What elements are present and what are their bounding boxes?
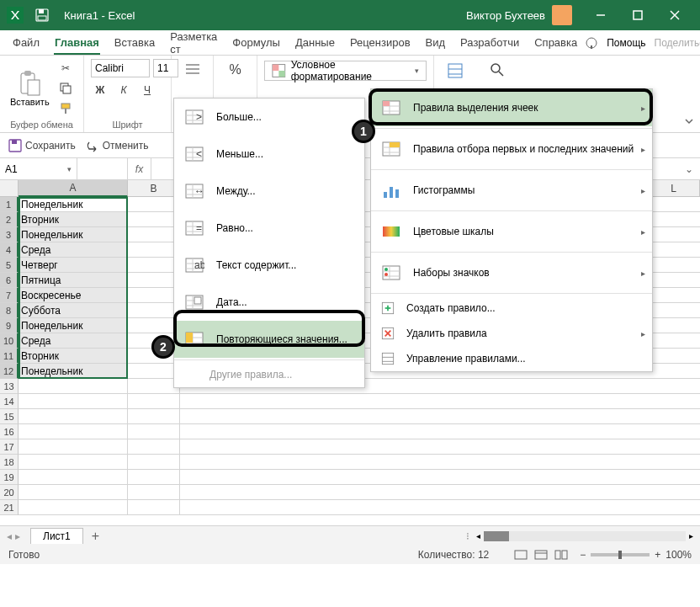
menu-item-scale[interactable]: Цветовые шкалы▸ <box>371 213 652 250</box>
sheet-nav-prev-icon[interactable]: ◂ <box>7 530 12 542</box>
ribbon-tab-данные[interactable]: Данные <box>288 30 342 55</box>
cell[interactable] <box>128 409 180 424</box>
cell[interactable]: Суббота <box>19 303 128 318</box>
menu-item-other-rules[interactable]: Другие правила... <box>174 362 364 387</box>
cell[interactable] <box>180 409 700 424</box>
cell[interactable] <box>19 424 128 439</box>
collapse-ribbon-icon[interactable] <box>683 115 695 127</box>
row-header[interactable]: 6 <box>0 273 19 288</box>
row-header[interactable]: 5 <box>0 258 19 273</box>
view-normal-icon[interactable] <box>514 550 528 560</box>
bold-button[interactable]: Ж <box>91 81 109 99</box>
cell[interactable] <box>180 424 700 439</box>
row-header[interactable]: 11 <box>0 349 19 364</box>
horizontal-scrollbar[interactable]: ◂ ▸ <box>476 531 693 541</box>
cell[interactable] <box>128 227 180 242</box>
menu-item-eq[interactable]: =Равно... <box>174 210 364 247</box>
italic-button[interactable]: К <box>114 81 133 99</box>
menu-item-date[interactable]: Дата... <box>174 284 364 321</box>
cell[interactable] <box>180 439 700 455</box>
column-header[interactable]: A <box>19 180 128 197</box>
cell[interactable]: Воскресенье <box>19 288 128 303</box>
cell[interactable] <box>128 455 180 470</box>
cell[interactable]: Вторник <box>19 212 128 227</box>
menu-item-new[interactable]: Создать правило... <box>371 296 652 321</box>
row-header[interactable]: 1 <box>0 197 19 212</box>
maximize-button[interactable] <box>619 0 656 30</box>
search-icon[interactable] <box>490 62 505 77</box>
cell[interactable] <box>180 500 700 515</box>
view-layout-icon[interactable] <box>534 550 548 560</box>
close-button[interactable] <box>656 0 693 30</box>
row-header[interactable]: 8 <box>0 303 19 318</box>
minimize-button[interactable] <box>582 0 619 30</box>
cell[interactable] <box>180 470 700 485</box>
cell[interactable] <box>128 500 180 515</box>
add-sheet-button[interactable]: + <box>92 529 99 544</box>
cell[interactable] <box>19 485 128 500</box>
cell[interactable] <box>180 485 700 500</box>
tab-split-icon[interactable]: ⁝ <box>466 530 469 542</box>
cell[interactable] <box>19 470 128 485</box>
cell[interactable] <box>128 242 180 258</box>
cell[interactable]: Понедельник <box>19 227 128 242</box>
ribbon-tab-рецензиров[interactable]: Рецензиров <box>342 30 418 55</box>
cell[interactable] <box>19 500 128 515</box>
view-pagebreak-icon[interactable] <box>554 550 568 560</box>
row-header[interactable]: 10 <box>0 333 19 349</box>
cell[interactable]: Среда <box>19 242 128 258</box>
cell[interactable] <box>128 273 180 288</box>
sheet-tab[interactable]: Лист1 <box>30 528 83 544</box>
row-header[interactable]: 9 <box>0 318 19 333</box>
help-label[interactable]: Помощь <box>607 37 645 49</box>
ribbon-tab-справка[interactable]: Справка <box>527 30 585 55</box>
ribbon-tab-файл[interactable]: Файл <box>5 30 47 55</box>
select-all-corner[interactable] <box>0 180 19 197</box>
cell[interactable]: Четверг <box>19 258 128 273</box>
row-header[interactable]: 13 <box>0 379 19 394</box>
undo-button[interactable]: Отменить <box>86 139 149 152</box>
cell[interactable]: Понедельник <box>19 364 128 379</box>
menu-item-gt[interactable]: >Больше... <box>174 99 364 136</box>
cell[interactable] <box>128 439 180 455</box>
font-name-input[interactable] <box>91 59 150 77</box>
paste-button[interactable]: Вставить <box>7 67 53 110</box>
cell[interactable] <box>19 379 128 394</box>
conditional-formatting-button[interactable]: Условное форматирование ▾ <box>264 61 427 81</box>
menu-item-lt[interactable]: <Меньше... <box>174 136 364 173</box>
row-header[interactable]: 12 <box>0 364 19 379</box>
menu-item-manage[interactable]: Управление правилами... <box>371 346 652 371</box>
cell[interactable]: Вторник <box>19 349 128 364</box>
cell[interactable] <box>128 379 180 394</box>
column-header[interactable]: L <box>648 180 700 197</box>
percent-format-icon[interactable]: % <box>229 62 241 77</box>
cell[interactable] <box>19 409 128 424</box>
cell[interactable] <box>128 258 180 273</box>
save-button[interactable]: Сохранить <box>8 139 76 152</box>
cut-icon[interactable]: ✂ <box>56 59 75 77</box>
ribbon-tab-разметка ст[interactable]: Разметка ст <box>162 30 225 55</box>
row-header[interactable]: 21 <box>0 500 19 515</box>
cell[interactable]: Пятница <box>19 273 128 288</box>
chevron-down-icon[interactable]: ▾ <box>67 165 72 173</box>
cell[interactable] <box>128 394 180 409</box>
copy-icon[interactable] <box>56 79 75 98</box>
row-header[interactable]: 17 <box>0 439 19 455</box>
zoom-out-button[interactable]: − <box>580 549 586 561</box>
row-header[interactable]: 16 <box>0 424 19 439</box>
cell[interactable] <box>128 212 180 227</box>
sheet-nav-next-icon[interactable]: ▸ <box>15 530 20 542</box>
cell[interactable] <box>128 303 180 318</box>
row-header[interactable]: 7 <box>0 288 19 303</box>
cell[interactable] <box>180 394 700 409</box>
fx-icon[interactable]: fx <box>128 158 151 179</box>
row-header[interactable]: 2 <box>0 212 19 227</box>
cell[interactable] <box>128 485 180 500</box>
row-header[interactable]: 14 <box>0 394 19 409</box>
alignment-icon[interactable] <box>184 62 201 76</box>
menu-item-icons[interactable]: Наборы значков▸ <box>371 254 652 291</box>
row-header[interactable]: 3 <box>0 227 19 242</box>
cell[interactable]: Среда <box>19 333 128 349</box>
menu-item-text[interactable]: abТекст содержит... <box>174 247 364 284</box>
cell[interactable] <box>128 288 180 303</box>
